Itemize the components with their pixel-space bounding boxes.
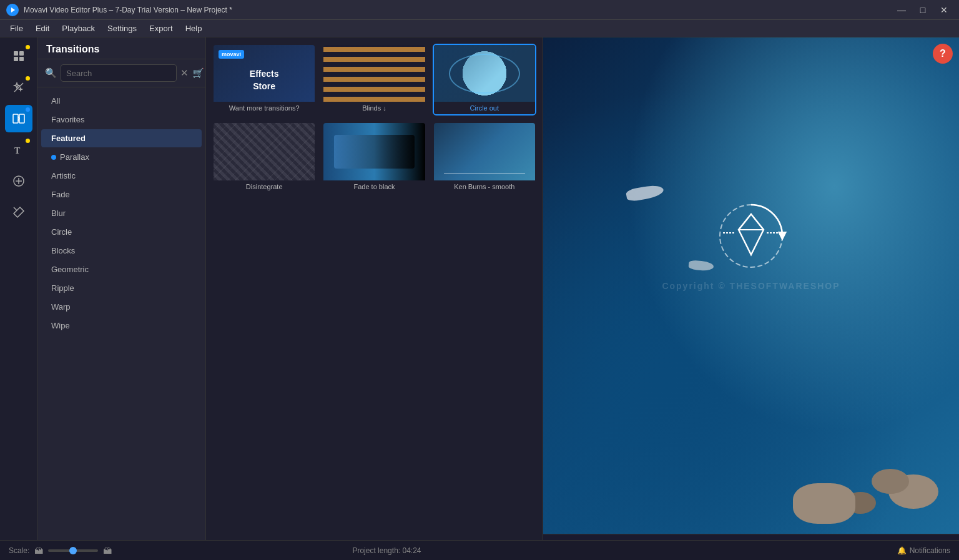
blinds-image	[323, 45, 425, 102]
scale-decrease-button[interactable]: 🏔	[34, 546, 43, 556]
scale-label: Scale:	[9, 546, 29, 555]
category-geometric[interactable]: Geometric	[41, 260, 202, 278]
menubar: File Edit Playback Settings Export Help	[0, 20, 959, 37]
maximize-button[interactable]: □	[914, 1, 932, 19]
menu-export[interactable]: Export	[143, 21, 179, 36]
menu-edit[interactable]: Edit	[29, 21, 56, 36]
magic-effects-button[interactable]	[5, 74, 32, 101]
parallax-dot	[51, 155, 56, 160]
transitions-button[interactable]	[5, 105, 32, 132]
svg-rect-2	[14, 51, 18, 56]
category-parallax[interactable]: Parallax	[41, 148, 202, 166]
menu-help[interactable]: Help	[179, 21, 209, 36]
svg-line-13	[739, 214, 751, 230]
search-input[interactable]	[61, 64, 177, 82]
menu-file[interactable]: File	[4, 21, 29, 36]
effects-store-label: Want more transitions?	[214, 102, 315, 114]
disintegrate-thumb[interactable]: Disintegrate	[212, 122, 316, 194]
app-icon	[6, 4, 19, 16]
blinds-thumb[interactable]: Blinds ↓	[322, 44, 426, 115]
movavi-badge: movavi	[219, 50, 244, 59]
titlebar: Movavi Video Editor Plus – 7-Day Trial V…	[0, 0, 959, 20]
category-ripple[interactable]: Ripple	[41, 279, 202, 297]
circle-out-image	[434, 45, 535, 102]
effects-store-image: movavi EffectsStore	[214, 45, 315, 102]
category-featured[interactable]: Featured	[41, 129, 202, 147]
app-title: Movavi Video Editor Plus – 7-Day Trial V…	[24, 6, 893, 14]
preview-bg: Copyright © THESOFTWARESHOP	[543, 37, 959, 534]
scale-increase-button[interactable]: 🏔	[103, 546, 112, 556]
clear-search-icon[interactable]: ✕	[180, 67, 189, 79]
circle-out-label: Circle out	[434, 102, 535, 114]
search-icon: 🔍	[45, 67, 57, 79]
svg-rect-4	[14, 57, 18, 61]
bell-icon: 🔔	[897, 546, 907, 555]
add-media-button[interactable]	[5, 42, 32, 70]
category-fade[interactable]: Fade	[41, 185, 202, 204]
fade-black-label: Fade to black	[323, 180, 425, 193]
close-button[interactable]: ✕	[935, 1, 953, 19]
help-button[interactable]: ?	[933, 44, 953, 64]
category-favorites[interactable]: Favorites	[41, 111, 202, 129]
transitions-category-panel: Transitions 🔍 ✕ 🛒 All Favorites Featured…	[37, 37, 206, 560]
effects-store-thumb[interactable]: movavi EffectsStore Want more transition…	[212, 44, 316, 115]
circle-out-thumb[interactable]: Circle out	[433, 44, 536, 115]
text-button[interactable]: T	[5, 136, 32, 164]
category-artistic[interactable]: Artistic	[41, 167, 202, 185]
panel-title: Transitions	[37, 37, 205, 59]
menu-settings[interactable]: Settings	[101, 21, 143, 36]
notifications-label: Notifications	[910, 546, 950, 555]
disintegrate-image	[214, 123, 315, 180]
project-length: Project length: 04:24	[352, 546, 421, 555]
disintegrate-label: Disintegrate	[214, 180, 315, 193]
magic-dot	[26, 76, 30, 81]
ken-burns-thumb[interactable]: Ken Burns - smooth	[433, 122, 536, 194]
ken-burns-image	[434, 123, 535, 180]
text-dot	[26, 139, 30, 143]
main-area: T Transitions 🔍 ✕ 🛒 All Favorites	[0, 37, 959, 560]
category-list: All Favorites Featured Parallax Artistic…	[37, 87, 205, 560]
scale-thumb	[69, 547, 77, 554]
menu-playback[interactable]: Playback	[56, 21, 101, 36]
effects-store-text: EffectsStore	[250, 68, 279, 92]
effects-button[interactable]	[5, 167, 32, 195]
ken-burns-label: Ken Burns - smooth	[434, 180, 535, 193]
search-bar: 🔍 ✕ 🛒	[37, 59, 205, 87]
svg-text:T: T	[14, 146, 21, 155]
category-wipe[interactable]: Wipe	[41, 317, 202, 335]
tools-button[interactable]	[5, 199, 32, 226]
scale-bar: Scale: 🏔 🏔 Project length: 04:24 🔔 Notif…	[0, 540, 959, 560]
fade-black-thumb[interactable]: Fade to black	[322, 122, 426, 194]
scale-slider[interactable]	[48, 549, 98, 552]
svg-rect-5	[19, 57, 24, 61]
svg-marker-11	[739, 214, 764, 255]
fish-scene	[543, 37, 959, 534]
preview-panel: Copyright © THESOFTWARESHOP ? 00:00:40 9…	[543, 37, 959, 560]
scale-slider-container	[48, 549, 98, 552]
diamond-svg	[714, 199, 789, 273]
svg-rect-6	[13, 114, 18, 123]
svg-rect-3	[19, 51, 24, 56]
fade-black-image	[323, 123, 425, 180]
window-controls: — □ ✕	[893, 1, 953, 19]
category-circle[interactable]: Circle	[41, 223, 202, 241]
category-blocks[interactable]: Blocks	[41, 242, 202, 260]
svg-rect-7	[19, 114, 24, 123]
cart-icon[interactable]: 🛒	[192, 67, 204, 79]
blinds-label: Blinds ↓	[323, 102, 425, 114]
transitions-dot	[26, 107, 30, 112]
left-toolbar: T	[0, 37, 37, 560]
notifications-button[interactable]: 🔔 Notifications	[897, 546, 950, 555]
category-all[interactable]: All	[41, 92, 202, 110]
add-dot	[26, 45, 30, 49]
category-blur[interactable]: Blur	[41, 204, 202, 222]
transitions-grid: movavi EffectsStore Want more transition…	[206, 37, 543, 560]
svg-line-14	[751, 214, 764, 230]
preview-video: Copyright © THESOFTWARESHOP ?	[543, 37, 959, 534]
category-warp[interactable]: Warp	[41, 298, 202, 316]
minimize-button[interactable]: —	[893, 1, 910, 19]
